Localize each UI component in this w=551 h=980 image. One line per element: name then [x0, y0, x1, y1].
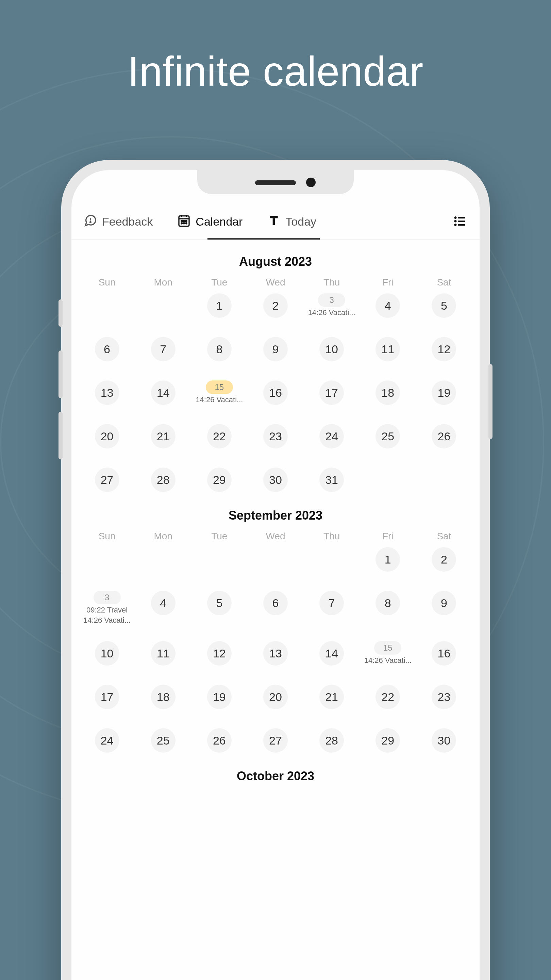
day-number[interactable]: 8: [375, 591, 400, 615]
day-number[interactable]: 12: [432, 337, 456, 361]
day-number[interactable]: 30: [432, 728, 456, 753]
day-number-pill: 15: [374, 641, 401, 655]
day-number[interactable]: 18: [375, 380, 400, 405]
day-with-event[interactable]: 1514:26 Vacati...: [195, 380, 243, 404]
day-number[interactable]: 12: [207, 641, 232, 666]
day-number[interactable]: 16: [432, 641, 456, 666]
day-number[interactable]: 31: [319, 468, 344, 492]
day-cell: 13: [248, 641, 303, 668]
day-number[interactable]: 19: [432, 380, 456, 405]
day-number[interactable]: 25: [151, 728, 176, 753]
day-with-event[interactable]: 309:22 Travel14:26 Vacati...: [83, 591, 130, 625]
day-number[interactable]: 10: [95, 641, 119, 666]
weekday-label: Wed: [248, 277, 303, 288]
event-line: 14:26 Vacati...: [308, 308, 356, 317]
day-number[interactable]: 10: [319, 337, 344, 361]
day-cell: 14: [305, 641, 359, 668]
day-number[interactable]: 7: [151, 337, 176, 361]
day-cell: 5: [192, 591, 246, 625]
day-number[interactable]: 27: [95, 468, 119, 492]
svg-point-10: [184, 223, 185, 224]
day-number[interactable]: 8: [207, 337, 232, 361]
day-number[interactable]: 20: [263, 685, 288, 709]
day-cell: 4: [136, 591, 191, 625]
day-with-event[interactable]: 1514:26 Vacati...: [364, 641, 411, 665]
day-number[interactable]: 26: [207, 728, 232, 753]
day-number[interactable]: 20: [95, 424, 119, 449]
day-number[interactable]: 27: [263, 728, 288, 753]
day-number[interactable]: 21: [151, 424, 176, 449]
day-number[interactable]: 2: [263, 293, 288, 318]
tab-today[interactable]: Today: [255, 204, 329, 239]
day-number[interactable]: 11: [375, 337, 400, 361]
month-title: September 2023: [79, 508, 472, 523]
day-cell: 2: [417, 547, 472, 574]
day-number[interactable]: 9: [263, 337, 288, 361]
day-number[interactable]: 26: [432, 424, 456, 449]
day-cell: 6: [79, 337, 134, 364]
day-number[interactable]: 14: [319, 641, 344, 666]
day-cell: 16: [248, 380, 303, 408]
event-line: 09:22 Travel: [86, 606, 127, 614]
day-number[interactable]: 29: [375, 728, 400, 753]
day-number[interactable]: 1: [375, 547, 400, 572]
tab-calendar-label: Calendar: [195, 215, 243, 228]
weekday-row: SunMonTueWedThuFriSat: [79, 277, 472, 288]
day-cell: 27: [79, 468, 134, 495]
day-number[interactable]: 13: [95, 380, 119, 405]
day-cell: 8: [360, 591, 415, 625]
phone-notch: [197, 170, 354, 194]
day-cell: 5: [417, 293, 472, 321]
day-number[interactable]: 18: [151, 685, 176, 709]
day-cell: 11: [360, 337, 415, 364]
day-number[interactable]: 28: [319, 728, 344, 753]
day-number[interactable]: 21: [319, 685, 344, 709]
calendar-scroll[interactable]: August 2023 SunMonTueWedThuFriSat 12314:…: [71, 240, 480, 783]
day-number[interactable]: 17: [319, 380, 344, 405]
day-number[interactable]: 30: [263, 468, 288, 492]
month-title: August 2023: [79, 255, 472, 269]
day-number[interactable]: 7: [319, 591, 344, 615]
day-number[interactable]: 19: [207, 685, 232, 709]
day-number[interactable]: 2: [432, 547, 456, 572]
day-number[interactable]: 1: [207, 293, 232, 318]
day-number[interactable]: 4: [375, 293, 400, 318]
day-number[interactable]: 5: [432, 293, 456, 318]
weekday-label: Thu: [305, 277, 359, 288]
tab-feedback[interactable]: Feedback: [71, 204, 165, 239]
tab-calendar[interactable]: Calendar: [165, 204, 255, 239]
event-line: 14:26 Vacati...: [364, 656, 411, 665]
weekday-row: SunMonTueWedThuFriSat: [79, 531, 472, 542]
day-number[interactable]: 9: [432, 591, 456, 615]
day-number[interactable]: 23: [432, 685, 456, 709]
day-number[interactable]: 24: [95, 728, 119, 753]
menu-button[interactable]: [453, 214, 467, 230]
day-number[interactable]: 22: [375, 685, 400, 709]
day-number[interactable]: 22: [207, 424, 232, 449]
day-cell: 29: [360, 728, 415, 756]
day-cell: 22: [360, 685, 415, 712]
day-number[interactable]: 28: [151, 468, 176, 492]
day-number[interactable]: 25: [375, 424, 400, 449]
day-with-event[interactable]: 314:26 Vacati...: [308, 293, 356, 317]
day-number[interactable]: 14: [151, 380, 176, 405]
day-number[interactable]: 6: [263, 591, 288, 615]
day-cell: 25: [360, 424, 415, 451]
day-cell: 1: [192, 293, 246, 321]
day-number[interactable]: 11: [151, 641, 176, 666]
hero-title: Infinite calendar: [0, 48, 551, 95]
day-cell: 25: [136, 728, 191, 756]
svg-rect-18: [458, 224, 465, 225]
svg-rect-14: [458, 217, 465, 218]
day-number[interactable]: 13: [263, 641, 288, 666]
day-number[interactable]: 4: [151, 591, 176, 615]
day-number[interactable]: 16: [263, 380, 288, 405]
day-number[interactable]: 5: [207, 591, 232, 615]
day-number[interactable]: 24: [319, 424, 344, 449]
day-number[interactable]: 29: [207, 468, 232, 492]
day-number[interactable]: 6: [95, 337, 119, 361]
day-number[interactable]: 23: [263, 424, 288, 449]
day-cell: 7: [136, 337, 191, 364]
weekday-label: Mon: [136, 277, 191, 288]
day-number[interactable]: 17: [95, 685, 119, 709]
